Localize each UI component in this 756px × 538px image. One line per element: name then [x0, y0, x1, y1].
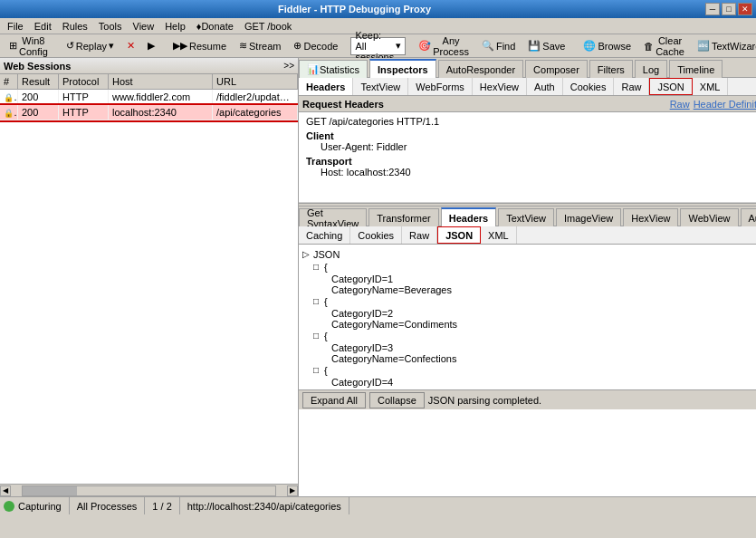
tab-inspectors[interactable]: Inspectors	[369, 59, 436, 78]
replay-button[interactable]: ↺ Replay ▾	[61, 36, 120, 56]
array-expand-3[interactable]: □	[313, 331, 324, 341]
sub-tab-textview[interactable]: TextView	[353, 78, 408, 95]
stream-button[interactable]: ≋ Stream	[234, 36, 286, 56]
menu-donate[interactable]: ♦Donate	[191, 19, 239, 34]
title-bar-controls[interactable]: ─ □ ✕	[705, 3, 752, 15]
sub-tab-webforms[interactable]: WebForms	[408, 78, 473, 95]
tab-log[interactable]: Log	[635, 60, 667, 78]
tab-composer[interactable]: Composer	[525, 60, 588, 78]
header-definitions-link[interactable]: Header Definitions	[694, 99, 756, 110]
bottom-sub-tab-json[interactable]: JSON	[437, 226, 481, 244]
decode-label: Decode	[303, 41, 338, 52]
tab-auth-bottom[interactable]: Auth	[741, 208, 756, 226]
sub-tab-headers[interactable]: Headers	[299, 78, 353, 95]
forward-button[interactable]: ▶	[142, 36, 160, 56]
replay-dropdown-icon[interactable]: ▾	[109, 40, 114, 52]
tab-timeline[interactable]: Timeline	[669, 60, 723, 78]
col-header-result[interactable]: Result	[18, 74, 59, 89]
minimize-button[interactable]: ─	[705, 3, 720, 15]
stream-label: Stream	[249, 41, 281, 52]
col-header-hash[interactable]: #	[0, 74, 18, 89]
bottom-sub-tab-raw[interactable]: Raw	[402, 226, 437, 244]
win8-config-button[interactable]: ⊞ Win8 Config	[4, 36, 53, 56]
scroll-right-button[interactable]: ▶	[287, 485, 298, 496]
panel-collapse-button[interactable]: >>	[283, 61, 294, 71]
bottom-sub-tab-caching[interactable]: Caching	[299, 226, 350, 244]
tab-webview[interactable]: WebView	[680, 208, 738, 226]
forward-icon: ▶	[148, 40, 155, 52]
scroll-left-button[interactable]: ◀	[0, 485, 11, 496]
item-2-name: CategoryName=Condiments	[331, 319, 756, 330]
keep-sessions-dropdown[interactable]: Keep: All sessions ▾	[350, 37, 406, 55]
menu-file[interactable]: File	[2, 19, 29, 34]
sub-tab-xml[interactable]: XML	[693, 78, 729, 95]
toolbar: ⊞ Win8 Config ↺ Replay ▾ ✕ ▶ ▶▶ Resume ≋…	[0, 34, 756, 58]
tab-get-syntaxview[interactable]: Get SyntaxView	[299, 208, 367, 226]
transport-section-label: Transport	[306, 156, 756, 167]
sub-tab-raw[interactable]: Raw	[614, 78, 649, 95]
expand-all-button[interactable]: Expand All	[302, 392, 366, 408]
item-3-name: CategoryName=Confections	[331, 353, 756, 364]
bottom-sub-tab-xml[interactable]: XML	[481, 226, 517, 244]
sub-tab-hexview[interactable]: HexView	[473, 78, 527, 95]
sub-tab-cookies[interactable]: Cookies	[563, 78, 615, 95]
text-wizard-icon: 🔤	[697, 40, 710, 52]
tab-timeline-label: Timeline	[677, 64, 714, 75]
tab-autoresponder[interactable]: AutoResponder	[438, 60, 523, 78]
save-button[interactable]: 💾 Save	[522, 36, 570, 56]
col-header-protocol[interactable]: Protocol	[59, 74, 109, 89]
text-wizard-label: TextWizard	[712, 41, 756, 52]
col-header-url[interactable]: URL	[213, 74, 298, 89]
scrollbar-track[interactable]	[22, 485, 276, 496]
sub-tab-json-top[interactable]: JSON	[649, 78, 692, 95]
root-expand-icon[interactable]: ▷	[302, 249, 313, 259]
array-expand-4[interactable]: □	[313, 365, 324, 375]
decode-button[interactable]: ⊕ Decode	[288, 36, 343, 56]
tab-textview-bottom[interactable]: TextView	[498, 208, 554, 226]
tab-filters[interactable]: Filters	[589, 60, 633, 78]
capturing-label: Capturing	[18, 501, 62, 512]
menu-view[interactable]: View	[128, 19, 160, 34]
close-button[interactable]: ✕	[738, 3, 752, 15]
array-expand-1[interactable]: □	[313, 262, 324, 272]
tab-statistics-label: Statistics	[320, 64, 359, 75]
request-headers-bar: Request Headers Raw Header Definitions	[299, 96, 756, 112]
tab-hexview-bottom[interactable]: HexView	[623, 208, 678, 226]
text-wizard-button[interactable]: 🔤 TextWizard	[692, 36, 756, 56]
browse-button[interactable]: 🌐 Browse	[578, 36, 636, 56]
menu-edit[interactable]: Edit	[29, 19, 57, 34]
array-expand-2[interactable]: □	[313, 296, 324, 306]
status-bar: Capturing All Processes 1 / 2 http://loc…	[0, 496, 756, 514]
sessions-scrollbar[interactable]: ◀ ▶	[0, 484, 298, 496]
bottom-sub-tab-cookies[interactable]: Cookies	[350, 226, 402, 244]
col-header-host[interactable]: Host	[109, 74, 213, 89]
tab-headers-bottom[interactable]: Headers	[441, 207, 496, 226]
table-row[interactable]: 🔒1 200 HTTP www.fiddler2.com /fiddler2/u…	[0, 90, 298, 105]
title-bar: Fiddler - HTTP Debugging Proxy ─ □ ✕	[0, 0, 756, 18]
menu-tools[interactable]: Tools	[93, 19, 128, 34]
any-process-button[interactable]: 🎯 Any Process	[413, 36, 474, 56]
sub-tab-auth[interactable]: Auth	[527, 78, 563, 95]
raw-link[interactable]: Raw	[670, 99, 690, 110]
left-panel: Web Sessions >> # Result Protocol Host U…	[0, 58, 299, 496]
tab-transformer[interactable]: Transformer	[368, 208, 439, 226]
menu-get-book[interactable]: GET /book	[239, 19, 297, 34]
menu-rules[interactable]: Rules	[57, 19, 93, 34]
table-row[interactable]: 🔒2 200 HTTP localhost:2340 /api/categori…	[0, 105, 298, 120]
stop-button[interactable]: ✕	[121, 36, 140, 56]
request-headers-links: Raw Header Definitions	[670, 99, 756, 110]
maximize-button[interactable]: □	[722, 3, 736, 15]
find-button[interactable]: 🔍 Find	[476, 36, 521, 56]
tab-hexview-bottom-label: HexView	[631, 213, 670, 224]
resume-button[interactable]: ▶▶ Resume	[167, 36, 232, 56]
clear-cache-button[interactable]: 🗑 Clear Cache	[638, 36, 690, 56]
tab-statistics[interactable]: 📊 Statistics	[299, 60, 368, 78]
stop-icon: ✕	[127, 40, 135, 52]
raw-label: Raw	[409, 230, 429, 241]
cell-protocol: HTTP	[59, 105, 109, 120]
scrollbar-thumb[interactable]	[23, 486, 77, 495]
collapse-button[interactable]: Collapse	[369, 392, 425, 408]
tab-imageview[interactable]: ImageView	[556, 208, 621, 226]
capturing-icon	[4, 501, 14, 512]
menu-help[interactable]: Help	[159, 19, 191, 34]
